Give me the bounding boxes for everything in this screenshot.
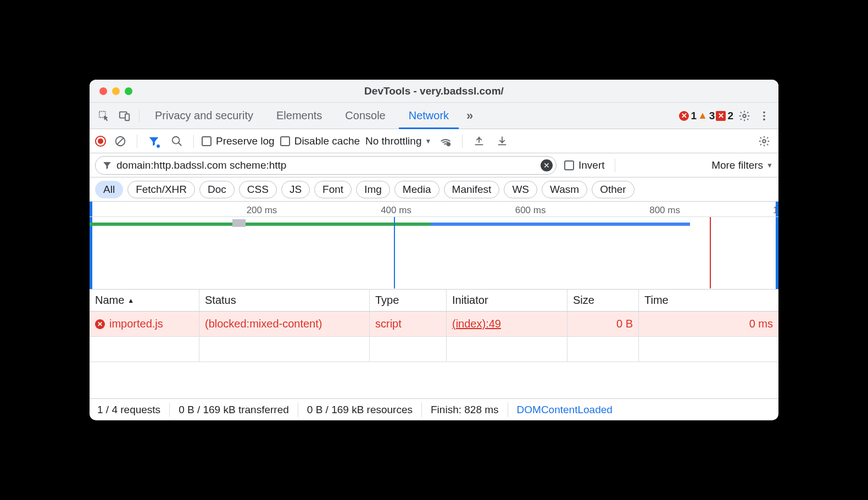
summary-bar: 1 / 4 requests 0 B / 169 kB transferred … — [90, 398, 778, 420]
issues-badge[interactable]: ✕2 — [716, 110, 733, 122]
funnel-small-icon — [102, 160, 112, 170]
chevron-down-icon: ▼ — [425, 137, 431, 145]
close-icon[interactable] — [99, 87, 107, 95]
cell-time: 0 ms — [639, 312, 778, 337]
cell-size: 0 B — [567, 312, 639, 337]
preserve-log-checkbox[interactable]: Preserve log — [202, 135, 275, 147]
more-filters-label: More filters — [711, 159, 763, 171]
error-icon: ✕ — [95, 319, 105, 329]
throttling-value: No throttling — [365, 135, 421, 147]
panel-tab-bar: Privacy and securityElementsConsoleNetwo… — [90, 103, 778, 129]
ruler-tick: 800 ms — [649, 205, 680, 216]
record-button[interactable] — [95, 136, 106, 147]
svg-point-12 — [448, 143, 449, 145]
type-filter-ws[interactable]: WS — [504, 181, 537, 198]
filter-input[interactable]: domain:http.badssl.com scheme:http ✕ — [95, 156, 557, 175]
svg-point-3 — [743, 114, 746, 118]
type-filter-pills: AllFetch/XHRDocCSSJSFontImgMediaManifest… — [90, 177, 778, 202]
maximize-icon[interactable] — [125, 87, 132, 95]
devtools-window: DevTools - very.badssl.com/ Privacy and … — [90, 80, 778, 420]
table-header: Name▲StatusTypeInitiatorSizeTime — [90, 290, 778, 312]
warning-icon: ▲ — [698, 110, 708, 121]
type-filter-manifest[interactable]: Manifest — [444, 181, 500, 198]
type-filter-img[interactable]: Img — [356, 181, 390, 198]
cell-type: script — [370, 312, 447, 337]
type-filter-all[interactable]: All — [95, 181, 123, 198]
network-settings-icon[interactable] — [755, 132, 773, 150]
network-conditions-icon[interactable] — [437, 132, 454, 150]
column-header-initiator[interactable]: Initiator — [447, 290, 567, 311]
issue-icon: ✕ — [716, 111, 726, 121]
column-header-type[interactable]: Type — [370, 290, 447, 311]
cell-name: ✕imported.js — [90, 312, 199, 337]
search-icon[interactable] — [168, 132, 186, 150]
summary-resources: 0 B / 169 kB resources — [298, 403, 422, 417]
type-filter-js[interactable]: JS — [281, 181, 310, 198]
tab-network[interactable]: Network — [399, 104, 459, 129]
svg-point-13 — [763, 140, 766, 143]
window-title: DevTools - very.badssl.com/ — [90, 85, 778, 97]
throttling-select[interactable]: No throttling▼ — [365, 135, 431, 147]
column-header-size[interactable]: Size — [567, 290, 639, 311]
ruler-tick: 600 ms — [515, 205, 546, 216]
table-body: ✕imported.js(blocked:mixed-content)scrip… — [90, 312, 778, 398]
device-toolbar-icon[interactable] — [116, 107, 133, 125]
more-filters-button[interactable]: More filters▼ — [711, 159, 773, 171]
table-row-empty — [90, 337, 778, 362]
more-menu-icon[interactable] — [755, 107, 773, 125]
timeline-bar — [431, 223, 690, 226]
svg-line-10 — [179, 142, 182, 146]
dcl-line — [394, 217, 395, 288]
svg-point-9 — [173, 136, 180, 143]
issues-count: 2 — [727, 110, 733, 122]
export-har-icon[interactable] — [470, 132, 488, 150]
table-row[interactable]: ✕imported.js(blocked:mixed-content)scrip… — [90, 312, 778, 337]
errors-count: 1 — [691, 110, 697, 122]
timeline-bar — [90, 223, 232, 226]
column-header-status[interactable]: Status — [199, 290, 370, 311]
preserve-log-label: Preserve log — [216, 135, 275, 147]
tab-privacy-and-security[interactable]: Privacy and security — [145, 103, 263, 129]
import-har-icon[interactable] — [493, 132, 511, 150]
warnings-badge[interactable]: ▲3 — [698, 110, 715, 122]
errors-badge[interactable]: ✕1 — [679, 110, 697, 122]
clear-icon[interactable] — [112, 132, 129, 150]
sort-arrow-icon: ▲ — [127, 297, 134, 304]
titlebar: DevTools - very.badssl.com/ — [90, 80, 778, 103]
invert-checkbox[interactable]: Invert — [564, 159, 605, 171]
type-filter-fetch-xhr[interactable]: Fetch/XHR — [127, 181, 195, 198]
disable-cache-checkbox[interactable]: Disable cache — [280, 135, 360, 147]
filter-bar: domain:http.badssl.com scheme:http ✕ Inv… — [90, 153, 778, 177]
summary-dcl[interactable]: DOMContentLoaded — [508, 403, 621, 417]
summary-finish: Finish: 828 ms — [422, 403, 508, 417]
minimize-icon[interactable] — [112, 87, 120, 95]
svg-point-6 — [763, 118, 765, 120]
initiator-link[interactable]: (index):49 — [452, 318, 501, 330]
separator — [462, 135, 463, 148]
timeline-bar — [246, 223, 431, 226]
clear-filter-icon[interactable]: ✕ — [541, 159, 553, 171]
settings-icon[interactable] — [736, 107, 753, 125]
summary-transferred: 0 B / 169 kB transferred — [170, 403, 298, 417]
cell-status: (blocked:mixed-content) — [199, 312, 370, 337]
column-header-time[interactable]: Time — [639, 290, 778, 311]
type-filter-other[interactable]: Other — [592, 181, 635, 198]
tab-console[interactable]: Console — [335, 103, 395, 129]
ruler-tick: 1,000 ms — [773, 205, 778, 216]
type-filter-media[interactable]: Media — [394, 181, 439, 198]
filter-icon[interactable] — [145, 132, 163, 150]
load-line — [710, 217, 711, 288]
type-filter-wasm[interactable]: Wasm — [542, 181, 587, 198]
tab-elements[interactable]: Elements — [266, 103, 332, 129]
tabs-overflow-icon[interactable]: » — [462, 109, 477, 123]
column-header-name[interactable]: Name▲ — [90, 290, 199, 311]
svg-point-4 — [763, 111, 765, 113]
warnings-count: 3 — [709, 110, 715, 122]
timeline-bar — [232, 219, 246, 227]
inspect-element-icon[interactable] — [95, 107, 113, 125]
timeline-overview[interactable]: 200 ms400 ms600 ms800 ms1,000 ms — [90, 202, 778, 290]
type-filter-css[interactable]: CSS — [239, 181, 277, 198]
filter-query-text: domain:http.badssl.com scheme:http — [116, 159, 536, 171]
type-filter-doc[interactable]: Doc — [199, 181, 235, 198]
type-filter-font[interactable]: Font — [314, 181, 352, 198]
